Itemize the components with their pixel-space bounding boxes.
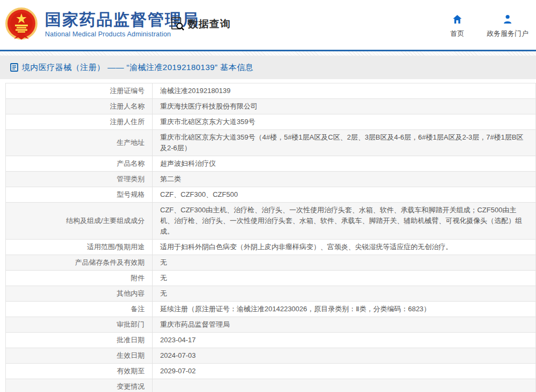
row-value: 重庆市北碚区京东方大道359号（4#楼，5#楼1层A区及C区、2层、3层B区及4…	[153, 130, 536, 156]
row-label: 注册证编号	[6, 83, 153, 99]
row-label: 生产地址	[6, 130, 153, 156]
row-label: 变更情况	[6, 379, 153, 392]
table-row: 有效期至2029-07-02	[6, 364, 536, 379]
table-row: 审批部门重庆市药品监督管理局	[6, 317, 536, 333]
row-value: 无	[153, 286, 536, 302]
row-label: 适用范围/预期用途	[6, 240, 153, 255]
row-label: 注册人名称	[6, 99, 153, 114]
registration-table: 注册证编号渝械注准20192180139注册人名称重庆海扶医疗科技股份有限公司注…	[5, 83, 536, 392]
table-row: 注册人住所重庆市北碚区京东方大道359号	[6, 114, 536, 130]
row-value: 2023-04-17	[153, 333, 536, 348]
breadcrumb-text: 境内医疗器械（注册） —— “渝械注准20192180139” 基本信息	[22, 63, 253, 73]
table-row: 生效日期2024-07-03	[6, 348, 536, 364]
table-row: 注册证编号渝械注准20192180139	[6, 83, 536, 99]
row-label: 结构及组成/主要组成成分	[6, 203, 153, 240]
document-icon	[10, 63, 18, 72]
row-value: 无	[153, 271, 536, 286]
table-row: 产品名称超声波妇科治疗仪	[6, 156, 536, 172]
row-label: 有效期至	[6, 364, 153, 379]
table-row: 备注延续注册（原注册证号：渝械注准20142230026，原目录类别：Ⅱ类，分类…	[6, 302, 536, 317]
table-row: 变更情况	[6, 379, 536, 392]
row-value	[153, 379, 536, 392]
row-value: 适用于妇科外阴白色病变（外阴上皮内非瘤样病变）、宫颈炎、尖锐湿疣等适应症的无创治…	[153, 240, 536, 255]
row-label: 注册人住所	[6, 114, 153, 130]
registration-table-body: 注册证编号渝械注准20192180139注册人名称重庆海扶医疗科技股份有限公司注…	[6, 83, 536, 392]
national-emblem-icon	[4, 7, 39, 41]
top-nav: 首页 政务服务门户	[450, 14, 529, 39]
row-label: 其他内容	[6, 286, 153, 302]
table-row: 管理类别第二类	[6, 172, 536, 187]
nav-home-label: 首页	[450, 29, 464, 39]
row-label: 批准日期	[6, 333, 153, 348]
row-label: 备注	[6, 302, 153, 317]
row-value: CZF、CZF300、CZF500	[153, 187, 536, 203]
breadcrumb: 境内医疗器械（注册） —— “渝械注准20192180139” 基本信息	[0, 56, 536, 79]
row-value: 重庆市北碚区京东方大道359号	[153, 114, 536, 130]
row-label: 生效日期	[6, 348, 153, 364]
table-row: 生产地址重庆市北碚区京东方大道359号（4#楼，5#楼1层A区及C区、2层、3层…	[6, 130, 536, 156]
org-title-en: National Medical Products Administration	[45, 30, 199, 38]
row-value: 2029-07-02	[153, 364, 536, 379]
row-label: 审批部门	[6, 317, 153, 333]
nav-home[interactable]: 首页	[450, 14, 464, 39]
row-value: CZF、CZF300由主机、治疗枪、治疗头、一次性使用治疗头套、水箱、软件、承载…	[153, 203, 536, 240]
home-icon	[452, 14, 463, 25]
document-search-icon	[170, 17, 185, 31]
row-label: 产品储存条件及有效期	[6, 255, 153, 271]
nav-gov-portal-label: 政务服务门户	[487, 29, 529, 39]
row-value: 重庆市药品监督管理局	[153, 317, 536, 333]
data-query-title: 数据查询	[188, 17, 231, 31]
table-row: 附件无	[6, 271, 536, 286]
row-value: 延续注册（原注册证号：渝械注准20142230026，原目录类别：Ⅱ类，分类编码…	[153, 302, 536, 317]
table-row: 批准日期2023-04-17	[6, 333, 536, 348]
page-header: 国家药品监督管理局 National Medical Products Admi…	[0, 0, 536, 50]
row-value: 渝械注准20192180139	[153, 83, 536, 99]
row-value: 第二类	[153, 172, 536, 187]
table-row: 其他内容无	[6, 286, 536, 302]
table-row: 型号规格CZF、CZF300、CZF500	[6, 187, 536, 203]
table-row: 产品储存条件及有效期无	[6, 255, 536, 271]
registration-info-section: 注册证编号渝械注准20192180139注册人名称重庆海扶医疗科技股份有限公司注…	[5, 83, 536, 392]
row-label: 型号规格	[6, 187, 153, 203]
person-icon	[502, 14, 513, 25]
row-value: 重庆海扶医疗科技股份有限公司	[153, 99, 536, 114]
row-value: 2024-07-03	[153, 348, 536, 364]
table-row: 注册人名称重庆海扶医疗科技股份有限公司	[6, 99, 536, 114]
hatch-strip	[0, 51, 536, 56]
row-value: 超声波妇科治疗仪	[153, 156, 536, 172]
data-query-section: 数据查询	[170, 17, 231, 31]
row-label: 产品名称	[6, 156, 153, 172]
nav-gov-portal[interactable]: 政务服务门户	[487, 14, 529, 39]
table-row: 适用范围/预期用途适用于妇科外阴白色病变（外阴上皮内非瘤样病变）、宫颈炎、尖锐湿…	[6, 240, 536, 255]
table-row: 结构及组成/主要组成成分CZF、CZF300由主机、治疗枪、治疗头、一次性使用治…	[6, 203, 536, 240]
row-label: 管理类别	[6, 172, 153, 187]
row-label: 附件	[6, 271, 153, 286]
row-value: 无	[153, 255, 536, 271]
